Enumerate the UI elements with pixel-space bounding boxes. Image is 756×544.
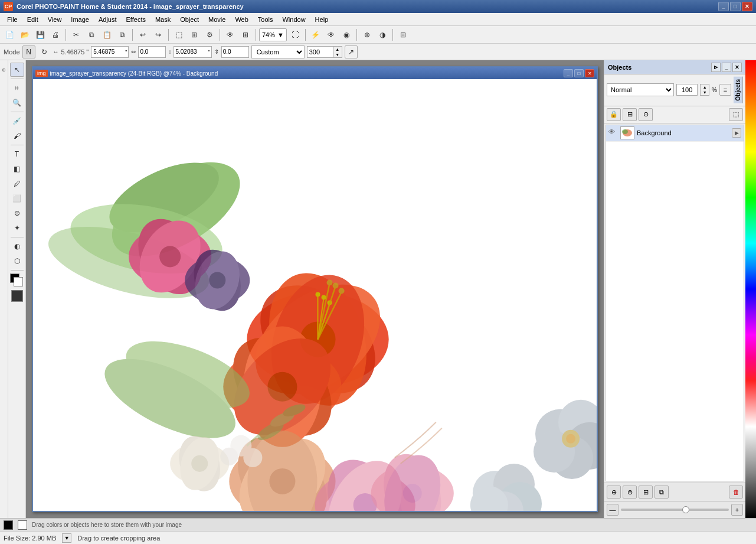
select-button[interactable]: ⬚ xyxy=(172,28,186,42)
size-input[interactable] xyxy=(307,46,333,58)
save-button[interactable]: 💾 xyxy=(33,28,47,42)
undo-button[interactable]: ↩ xyxy=(136,28,150,42)
dx-input[interactable] xyxy=(139,47,165,57)
opacity-input[interactable] xyxy=(676,84,698,96)
background-color[interactable] xyxy=(14,277,23,286)
extra-btn-1[interactable]: ⊕ xyxy=(1,63,8,77)
menu-object[interactable]: Object xyxy=(175,15,204,24)
tool-effect-paint[interactable]: ✦ xyxy=(10,221,24,235)
visibility-toggle[interactable]: 👁 xyxy=(324,28,338,42)
canvas-close[interactable]: ✕ xyxy=(585,69,594,77)
spray-options-btn[interactable]: ↗ xyxy=(345,45,358,58)
clip-btn[interactable]: ⊙ xyxy=(639,108,653,121)
print-button[interactable]: 🖨 xyxy=(48,28,63,42)
size-up-arrow[interactable]: ▲ xyxy=(333,47,342,52)
new-layer-btn[interactable]: ⬚ xyxy=(729,108,743,121)
tool-text[interactable]: T xyxy=(10,147,24,161)
eye-button[interactable]: 👁 xyxy=(223,28,237,42)
x-input[interactable] xyxy=(91,47,124,57)
objects-extra-btn[interactable]: ≡ xyxy=(719,84,731,96)
scale-slider-track[interactable] xyxy=(621,509,729,511)
side-tab[interactable]: Objects xyxy=(734,77,743,103)
copy-layer-btn[interactable]: ⧉ xyxy=(654,486,669,499)
maximize-button[interactable]: □ xyxy=(730,2,741,11)
status-dropdown-btn[interactable]: ▼ xyxy=(62,533,71,543)
tool-shape[interactable]: ⬡ xyxy=(10,254,24,268)
delete-layer-btn[interactable]: 🗑 xyxy=(729,486,743,499)
tool-fill[interactable]: ◧ xyxy=(10,162,24,176)
opacity-down[interactable]: ▼ xyxy=(701,90,709,95)
menu-tools[interactable]: Tools xyxy=(253,15,278,24)
background-swatch[interactable] xyxy=(18,520,27,530)
minimize-button[interactable]: _ xyxy=(718,2,729,11)
cut-button[interactable]: ✂ xyxy=(69,28,83,42)
menu-edit[interactable]: Edit xyxy=(22,15,43,24)
size-spin-arrows[interactable]: ▲ ▼ xyxy=(333,46,342,58)
open-button[interactable]: 📂 xyxy=(18,28,32,42)
canvas-content[interactable] xyxy=(33,79,597,511)
channel-btn[interactable]: ⊕ xyxy=(360,28,374,42)
add-layer-btn[interactable]: ⊕ xyxy=(607,486,621,499)
menu-effects[interactable]: Effects xyxy=(122,15,150,24)
y-input[interactable] xyxy=(174,47,207,57)
menu-help[interactable]: Help xyxy=(310,15,333,24)
opacity-spin[interactable]: ▲ ▼ xyxy=(700,84,709,96)
black-swatch[interactable] xyxy=(11,290,23,302)
tool-dodge[interactable]: ◐ xyxy=(10,239,24,253)
color-adj[interactable]: ◑ xyxy=(375,28,390,42)
copy-button[interactable]: ⧉ xyxy=(84,28,99,42)
tool-eyedropper[interactable]: 💉 xyxy=(10,114,24,128)
merge-down-btn[interactable]: ⊜ xyxy=(623,486,637,499)
panel-close-btn[interactable]: ✕ xyxy=(732,63,742,72)
redo-button[interactable]: ↪ xyxy=(151,28,165,42)
adjust-button[interactable]: ⚙ xyxy=(202,28,217,42)
zoom-dropdown[interactable]: 74% ▼ xyxy=(259,28,287,41)
opacity-up[interactable]: ▲ xyxy=(701,84,709,90)
menu-mask[interactable]: Mask xyxy=(150,15,175,24)
close-button[interactable]: ✕ xyxy=(742,2,752,11)
tool-eraser[interactable]: ⬜ xyxy=(10,191,24,206)
color-strip[interactable] xyxy=(745,60,756,518)
canvas-maximize[interactable]: □ xyxy=(574,69,584,77)
zoom-fit[interactable]: ⛶ xyxy=(288,28,302,42)
layer-options-btn[interactable]: ▶ xyxy=(732,128,741,138)
custom-dropdown[interactable]: Custom xyxy=(251,45,305,58)
size-down-arrow[interactable]: ▼ xyxy=(333,52,342,57)
scale-minus-btn[interactable]: — xyxy=(607,504,618,516)
tool-crop[interactable]: ⌗ xyxy=(10,81,24,95)
menu-window[interactable]: Window xyxy=(277,15,310,24)
menu-image[interactable]: Image xyxy=(66,15,94,24)
canvas-minimize[interactable]: _ xyxy=(564,69,573,77)
lock-btn[interactable]: 🔒 xyxy=(607,108,621,121)
layer-visibility-icon[interactable]: 👁 xyxy=(608,128,618,138)
mode-normal-btn[interactable]: N xyxy=(22,45,35,58)
dy-input[interactable] xyxy=(222,47,248,57)
layer-row-background[interactable]: 👁 Background ▶ xyxy=(606,125,744,142)
menu-view[interactable]: View xyxy=(43,15,67,24)
tool-clone[interactable]: ⊜ xyxy=(10,206,24,220)
blend-mode-dropdown[interactable]: Normal Multiply Screen Overlay xyxy=(607,83,674,96)
last-btn[interactable]: ⊟ xyxy=(396,28,410,42)
panel-min-btn[interactable]: _ xyxy=(722,63,731,72)
paste-special[interactable]: ⧉ xyxy=(115,28,129,42)
menu-web[interactable]: Web xyxy=(230,15,253,24)
tool-zoom-tool[interactable]: 🔍 xyxy=(10,96,24,110)
overlay-btn[interactable]: ◉ xyxy=(339,28,354,42)
menu-adjust[interactable]: Adjust xyxy=(94,15,122,24)
tool-select[interactable]: ↖ xyxy=(10,63,24,77)
panel-pin-btn[interactable]: ⊳ xyxy=(711,63,721,72)
transform-button[interactable]: ⊞ xyxy=(187,28,201,42)
mode-refresh-btn[interactable]: ↻ xyxy=(38,45,51,58)
grid-button[interactable]: ⊞ xyxy=(238,28,253,42)
foreground-swatch[interactable] xyxy=(4,520,13,530)
merge-btn[interactable]: ⊞ xyxy=(623,108,637,121)
scale-plus-btn[interactable]: + xyxy=(731,504,743,516)
scale-slider-thumb[interactable] xyxy=(682,506,689,513)
magic-wand[interactable]: ⚡ xyxy=(309,28,323,42)
group-btn[interactable]: ⊞ xyxy=(639,486,653,499)
menu-movie[interactable]: Movie xyxy=(204,15,230,24)
tool-paint[interactable]: 🖌 xyxy=(10,129,24,143)
tool-brush-stroke[interactable]: 🖊 xyxy=(10,177,24,191)
menu-file[interactable]: File xyxy=(2,15,22,24)
new-button[interactable]: 📄 xyxy=(2,28,17,42)
